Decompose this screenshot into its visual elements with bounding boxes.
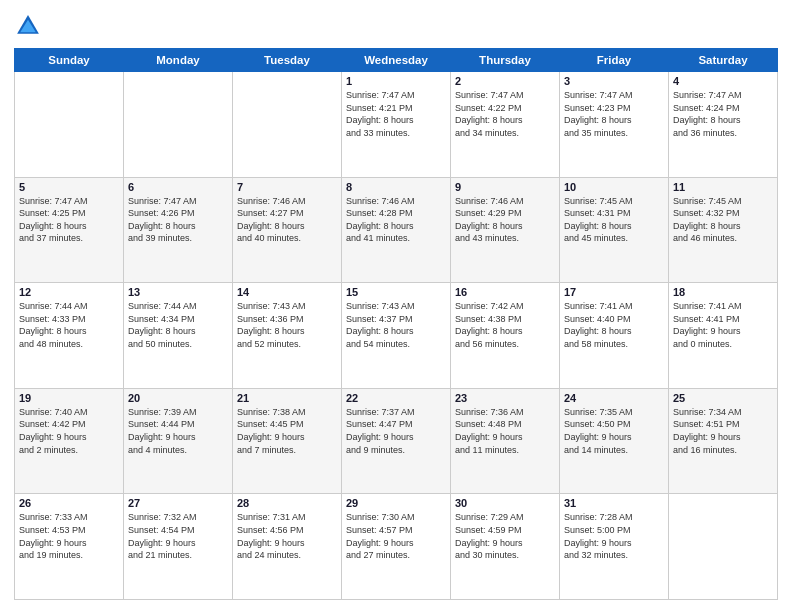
calendar-cell: 11Sunrise: 7:45 AM Sunset: 4:32 PM Dayli… <box>669 177 778 283</box>
day-info: Sunrise: 7:34 AM Sunset: 4:51 PM Dayligh… <box>673 406 773 456</box>
calendar-cell: 24Sunrise: 7:35 AM Sunset: 4:50 PM Dayli… <box>560 388 669 494</box>
calendar-cell: 4Sunrise: 7:47 AM Sunset: 4:24 PM Daylig… <box>669 72 778 178</box>
day-number: 27 <box>128 497 228 509</box>
day-number: 25 <box>673 392 773 404</box>
day-number: 9 <box>455 181 555 193</box>
calendar-cell: 6Sunrise: 7:47 AM Sunset: 4:26 PM Daylig… <box>124 177 233 283</box>
calendar-cell <box>15 72 124 178</box>
day-number: 26 <box>19 497 119 509</box>
header <box>14 12 778 40</box>
week-row-1: 1Sunrise: 7:47 AM Sunset: 4:21 PM Daylig… <box>15 72 778 178</box>
week-row-4: 19Sunrise: 7:40 AM Sunset: 4:42 PM Dayli… <box>15 388 778 494</box>
calendar-cell: 5Sunrise: 7:47 AM Sunset: 4:25 PM Daylig… <box>15 177 124 283</box>
calendar-cell: 22Sunrise: 7:37 AM Sunset: 4:47 PM Dayli… <box>342 388 451 494</box>
day-info: Sunrise: 7:35 AM Sunset: 4:50 PM Dayligh… <box>564 406 664 456</box>
day-number: 11 <box>673 181 773 193</box>
calendar-cell: 1Sunrise: 7:47 AM Sunset: 4:21 PM Daylig… <box>342 72 451 178</box>
day-info: Sunrise: 7:44 AM Sunset: 4:34 PM Dayligh… <box>128 300 228 350</box>
day-number: 7 <box>237 181 337 193</box>
day-info: Sunrise: 7:33 AM Sunset: 4:53 PM Dayligh… <box>19 511 119 561</box>
calendar-cell: 23Sunrise: 7:36 AM Sunset: 4:48 PM Dayli… <box>451 388 560 494</box>
day-info: Sunrise: 7:41 AM Sunset: 4:40 PM Dayligh… <box>564 300 664 350</box>
day-number: 28 <box>237 497 337 509</box>
calendar-cell: 17Sunrise: 7:41 AM Sunset: 4:40 PM Dayli… <box>560 283 669 389</box>
day-number: 10 <box>564 181 664 193</box>
calendar-cell: 12Sunrise: 7:44 AM Sunset: 4:33 PM Dayli… <box>15 283 124 389</box>
calendar-cell: 29Sunrise: 7:30 AM Sunset: 4:57 PM Dayli… <box>342 494 451 600</box>
calendar-cell <box>233 72 342 178</box>
day-info: Sunrise: 7:41 AM Sunset: 4:41 PM Dayligh… <box>673 300 773 350</box>
day-number: 22 <box>346 392 446 404</box>
calendar-cell: 21Sunrise: 7:38 AM Sunset: 4:45 PM Dayli… <box>233 388 342 494</box>
day-info: Sunrise: 7:43 AM Sunset: 4:37 PM Dayligh… <box>346 300 446 350</box>
calendar-cell: 27Sunrise: 7:32 AM Sunset: 4:54 PM Dayli… <box>124 494 233 600</box>
day-info: Sunrise: 7:46 AM Sunset: 4:29 PM Dayligh… <box>455 195 555 245</box>
day-number: 16 <box>455 286 555 298</box>
calendar-cell: 28Sunrise: 7:31 AM Sunset: 4:56 PM Dayli… <box>233 494 342 600</box>
day-header-tuesday: Tuesday <box>233 49 342 72</box>
calendar-cell <box>669 494 778 600</box>
calendar-cell: 2Sunrise: 7:47 AM Sunset: 4:22 PM Daylig… <box>451 72 560 178</box>
day-number: 21 <box>237 392 337 404</box>
calendar-cell: 18Sunrise: 7:41 AM Sunset: 4:41 PM Dayli… <box>669 283 778 389</box>
day-info: Sunrise: 7:37 AM Sunset: 4:47 PM Dayligh… <box>346 406 446 456</box>
day-info: Sunrise: 7:39 AM Sunset: 4:44 PM Dayligh… <box>128 406 228 456</box>
day-info: Sunrise: 7:31 AM Sunset: 4:56 PM Dayligh… <box>237 511 337 561</box>
day-info: Sunrise: 7:38 AM Sunset: 4:45 PM Dayligh… <box>237 406 337 456</box>
week-row-3: 12Sunrise: 7:44 AM Sunset: 4:33 PM Dayli… <box>15 283 778 389</box>
day-number: 8 <box>346 181 446 193</box>
calendar-cell: 14Sunrise: 7:43 AM Sunset: 4:36 PM Dayli… <box>233 283 342 389</box>
day-info: Sunrise: 7:32 AM Sunset: 4:54 PM Dayligh… <box>128 511 228 561</box>
day-info: Sunrise: 7:36 AM Sunset: 4:48 PM Dayligh… <box>455 406 555 456</box>
day-info: Sunrise: 7:46 AM Sunset: 4:27 PM Dayligh… <box>237 195 337 245</box>
day-info: Sunrise: 7:45 AM Sunset: 4:32 PM Dayligh… <box>673 195 773 245</box>
week-row-2: 5Sunrise: 7:47 AM Sunset: 4:25 PM Daylig… <box>15 177 778 283</box>
day-info: Sunrise: 7:46 AM Sunset: 4:28 PM Dayligh… <box>346 195 446 245</box>
logo-icon <box>14 12 42 40</box>
calendar-cell: 3Sunrise: 7:47 AM Sunset: 4:23 PM Daylig… <box>560 72 669 178</box>
day-number: 5 <box>19 181 119 193</box>
day-header-monday: Monday <box>124 49 233 72</box>
calendar-cell: 8Sunrise: 7:46 AM Sunset: 4:28 PM Daylig… <box>342 177 451 283</box>
day-number: 6 <box>128 181 228 193</box>
calendar-table: SundayMondayTuesdayWednesdayThursdayFrid… <box>14 48 778 600</box>
day-info: Sunrise: 7:42 AM Sunset: 4:38 PM Dayligh… <box>455 300 555 350</box>
day-info: Sunrise: 7:47 AM Sunset: 4:25 PM Dayligh… <box>19 195 119 245</box>
day-header-thursday: Thursday <box>451 49 560 72</box>
calendar-cell: 16Sunrise: 7:42 AM Sunset: 4:38 PM Dayli… <box>451 283 560 389</box>
day-info: Sunrise: 7:47 AM Sunset: 4:22 PM Dayligh… <box>455 89 555 139</box>
day-number: 17 <box>564 286 664 298</box>
day-number: 2 <box>455 75 555 87</box>
calendar-cell: 10Sunrise: 7:45 AM Sunset: 4:31 PM Dayli… <box>560 177 669 283</box>
day-number: 31 <box>564 497 664 509</box>
day-info: Sunrise: 7:28 AM Sunset: 5:00 PM Dayligh… <box>564 511 664 561</box>
calendar-cell: 9Sunrise: 7:46 AM Sunset: 4:29 PM Daylig… <box>451 177 560 283</box>
header-row: SundayMondayTuesdayWednesdayThursdayFrid… <box>15 49 778 72</box>
day-header-wednesday: Wednesday <box>342 49 451 72</box>
day-number: 18 <box>673 286 773 298</box>
day-number: 19 <box>19 392 119 404</box>
logo <box>14 12 46 40</box>
day-info: Sunrise: 7:47 AM Sunset: 4:21 PM Dayligh… <box>346 89 446 139</box>
calendar-cell: 20Sunrise: 7:39 AM Sunset: 4:44 PM Dayli… <box>124 388 233 494</box>
day-number: 3 <box>564 75 664 87</box>
day-number: 1 <box>346 75 446 87</box>
day-info: Sunrise: 7:47 AM Sunset: 4:23 PM Dayligh… <box>564 89 664 139</box>
day-info: Sunrise: 7:29 AM Sunset: 4:59 PM Dayligh… <box>455 511 555 561</box>
day-number: 12 <box>19 286 119 298</box>
day-header-friday: Friday <box>560 49 669 72</box>
calendar-cell: 30Sunrise: 7:29 AM Sunset: 4:59 PM Dayli… <box>451 494 560 600</box>
calendar-cell: 15Sunrise: 7:43 AM Sunset: 4:37 PM Dayli… <box>342 283 451 389</box>
calendar-cell <box>124 72 233 178</box>
day-number: 20 <box>128 392 228 404</box>
calendar-cell: 31Sunrise: 7:28 AM Sunset: 5:00 PM Dayli… <box>560 494 669 600</box>
day-number: 13 <box>128 286 228 298</box>
calendar-cell: 13Sunrise: 7:44 AM Sunset: 4:34 PM Dayli… <box>124 283 233 389</box>
day-header-saturday: Saturday <box>669 49 778 72</box>
day-info: Sunrise: 7:47 AM Sunset: 4:26 PM Dayligh… <box>128 195 228 245</box>
day-number: 29 <box>346 497 446 509</box>
day-number: 15 <box>346 286 446 298</box>
calendar-cell: 19Sunrise: 7:40 AM Sunset: 4:42 PM Dayli… <box>15 388 124 494</box>
day-number: 4 <box>673 75 773 87</box>
day-info: Sunrise: 7:47 AM Sunset: 4:24 PM Dayligh… <box>673 89 773 139</box>
